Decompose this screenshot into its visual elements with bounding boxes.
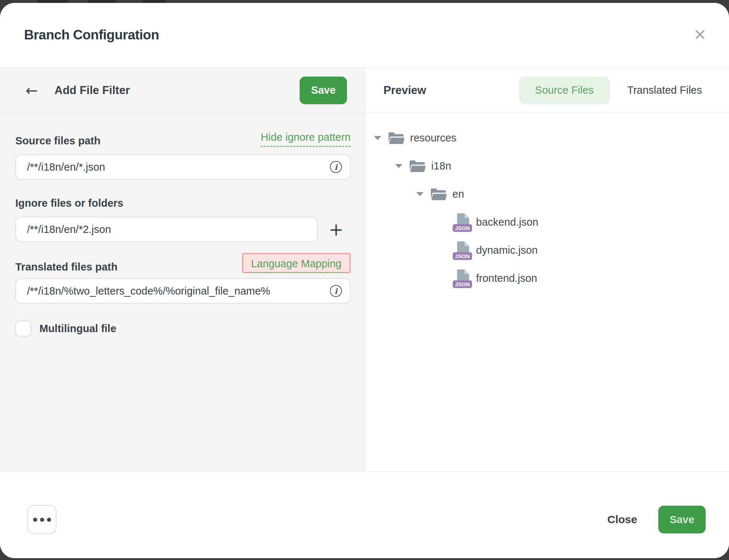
- source-files-tree: resources i18n: [366, 113, 729, 471]
- folder-icon: [409, 159, 426, 174]
- json-badge: JSON: [453, 252, 472, 260]
- tab-translated-files[interactable]: Translated Files: [627, 84, 702, 96]
- tree-item-label: frontend.json: [476, 272, 537, 284]
- caret-down-icon[interactable]: [374, 136, 381, 140]
- save-button[interactable]: Save: [658, 506, 706, 533]
- save-filter-button[interactable]: Save: [300, 77, 347, 104]
- json-file-icon: JSON: [453, 241, 471, 260]
- ellipsis-icon: [33, 518, 37, 522]
- more-options-button[interactable]: [27, 505, 56, 534]
- tree-row-resources[interactable]: resources: [366, 124, 729, 152]
- close-icon[interactable]: ✕: [694, 27, 706, 43]
- ignore-field: [15, 217, 318, 242]
- modal-header: Branch Configuration ✕: [0, 3, 729, 68]
- translated-path-field: i: [15, 278, 351, 304]
- language-mapping-link[interactable]: Language Mapping: [251, 258, 342, 273]
- close-button[interactable]: Close: [607, 513, 637, 526]
- ignore-label: Ignore files or folders: [15, 197, 351, 209]
- modal-body: Source files path Hide ignore pattern i …: [0, 113, 729, 471]
- tree-row-en[interactable]: en: [366, 180, 729, 208]
- source-path-field: i: [15, 154, 351, 180]
- translated-path-header: Translated files path Language Mapping: [15, 253, 351, 273]
- filter-heading: Add File Filter: [55, 84, 130, 97]
- tree-row-backend-json[interactable]: JSON backend.json: [366, 208, 729, 236]
- ellipsis-icon: [47, 518, 51, 522]
- multilingual-checkbox[interactable]: [15, 320, 31, 337]
- tree-item-label: dynamic.json: [476, 244, 538, 256]
- tree-item-label: resources: [410, 132, 456, 144]
- folder-icon: [430, 187, 447, 202]
- preview-heading: Preview: [383, 84, 426, 97]
- translated-path-input[interactable]: [15, 278, 351, 304]
- ellipsis-icon: [40, 518, 44, 522]
- tree-row-dynamic-json[interactable]: JSON dynamic.json: [366, 236, 729, 264]
- caret-down-icon[interactable]: [416, 192, 424, 196]
- language-mapping-highlight: Language Mapping: [242, 253, 351, 273]
- modal-title: Branch Configuration: [24, 27, 159, 43]
- json-badge: JSON: [453, 224, 472, 232]
- ignore-row: +: [15, 217, 351, 242]
- info-icon[interactable]: i: [330, 161, 342, 173]
- multilingual-row: Multilingual file: [15, 320, 351, 337]
- json-file-icon: JSON: [453, 213, 471, 232]
- file-filter-form: Source files path Hide ignore pattern i …: [0, 113, 366, 471]
- filter-toolbar: ← Add File Filter Save: [0, 68, 366, 113]
- back-arrow-icon[interactable]: ←: [26, 83, 38, 98]
- preview-toolbar: Preview Source Files Translated Files: [366, 68, 729, 113]
- modal-footer: Close Save: [0, 471, 729, 558]
- ignore-pattern-input[interactable]: [15, 217, 318, 242]
- add-ignore-pattern-icon[interactable]: +: [329, 221, 343, 238]
- source-path-label: Source files path: [15, 135, 101, 147]
- hide-ignore-pattern-link[interactable]: Hide ignore pattern: [261, 131, 351, 147]
- tree-row-i18n[interactable]: i18n: [366, 152, 729, 180]
- tree-item-label: i18n: [431, 160, 451, 172]
- branch-configuration-modal: Branch Configuration ✕ ← Add File Filter…: [0, 3, 729, 558]
- tree-item-label: en: [452, 188, 464, 200]
- source-path-input[interactable]: [15, 154, 351, 180]
- tab-source-files[interactable]: Source Files: [519, 77, 610, 104]
- json-badge: JSON: [453, 280, 472, 288]
- translated-path-label: Translated files path: [15, 261, 117, 273]
- toolbar: ← Add File Filter Save Preview Source Fi…: [0, 68, 729, 113]
- tree-item-label: backend.json: [476, 216, 538, 228]
- folder-icon: [388, 131, 405, 145]
- tree-row-frontend-json[interactable]: JSON frontend.json: [366, 264, 729, 292]
- multilingual-label: Multilingual file: [39, 323, 116, 335]
- json-file-icon: JSON: [453, 269, 471, 288]
- info-icon[interactable]: i: [330, 285, 342, 297]
- source-path-header: Source files path Hide ignore pattern: [15, 131, 351, 147]
- caret-down-icon[interactable]: [395, 164, 402, 168]
